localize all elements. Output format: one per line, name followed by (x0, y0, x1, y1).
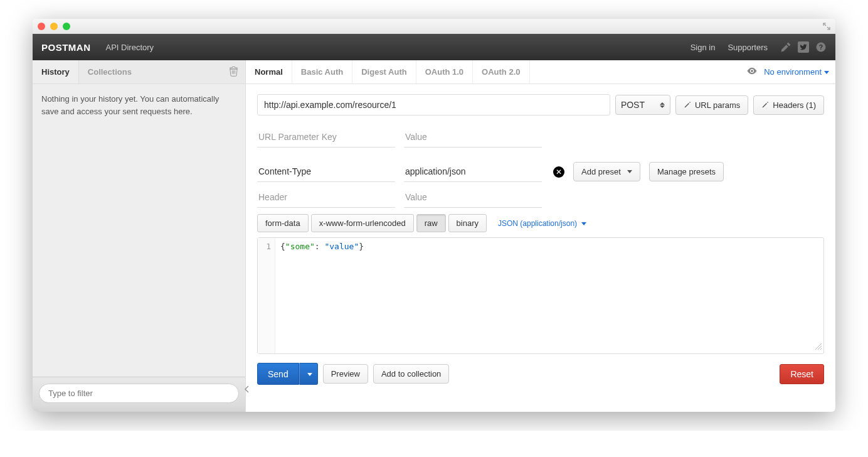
remove-header-icon[interactable]: ✕ (553, 166, 564, 178)
header-value-input-empty[interactable] (404, 187, 542, 208)
tab-collections[interactable]: Collections (79, 60, 140, 83)
method-value: POST (621, 100, 645, 110)
auth-tab-normal[interactable]: Normal (246, 60, 292, 83)
content-area: Normal Basic Auth Digest Auth OAuth 1.0 … (246, 60, 835, 412)
window-titlebar (33, 19, 835, 34)
filter-input[interactable] (39, 384, 239, 403)
headers-section: ✕ Add preset Manage presets (257, 161, 824, 208)
body-tab-form-data[interactable]: form-data (257, 214, 309, 232)
supporters-link[interactable]: Supporters (728, 43, 768, 52)
trash-icon[interactable] (228, 65, 239, 79)
edit-icon (684, 101, 691, 109)
headers-label: Headers (1) (773, 100, 816, 110)
sidebar-filter-area (33, 377, 245, 412)
body-tab-urlencoded[interactable]: x-www-form-urlencoded (311, 214, 414, 232)
url-params-label: URL params (695, 100, 740, 110)
body-tab-raw[interactable]: raw (416, 214, 446, 232)
url-row: POST URL params Headers (1) (257, 94, 824, 116)
url-param-value-input[interactable] (404, 127, 542, 148)
auth-tab-oauth2[interactable]: OAuth 2.0 (473, 60, 529, 83)
zoom-window-button[interactable] (63, 23, 70, 30)
api-directory-link[interactable]: API Directory (106, 43, 154, 52)
close-window-button[interactable] (38, 23, 45, 30)
preview-button[interactable]: Preview (323, 364, 368, 384)
add-preset-label: Add preset (581, 167, 621, 176)
svg-text:?: ? (819, 43, 823, 51)
twitter-icon[interactable] (798, 41, 809, 53)
body-editor[interactable]: 1 {"some": "value"} (257, 237, 824, 354)
sidebar: History Collections Nothing in your hist… (33, 60, 246, 412)
brand-logo: POSTMAN (41, 42, 91, 53)
auth-tabs: Normal Basic Auth Digest Auth OAuth 1.0 … (246, 60, 835, 84)
manage-presets-label: Manage presets (657, 167, 716, 176)
edit-icon (761, 101, 769, 109)
url-param-key-input[interactable] (257, 127, 395, 148)
main-area: History Collections Nothing in your hist… (33, 60, 835, 412)
line-number: 1 (258, 242, 271, 251)
sidebar-tabs: History Collections (33, 60, 245, 84)
url-params-button[interactable]: URL params (675, 95, 748, 115)
app-window: POSTMAN API Directory Sign in Supporters… (33, 19, 835, 412)
send-button[interactable]: Send (257, 363, 299, 385)
send-dropdown-button[interactable] (299, 363, 318, 385)
auth-tab-basic[interactable]: Basic Auth (292, 60, 352, 83)
headers-button[interactable]: Headers (1) (753, 95, 824, 115)
svg-point-2 (751, 70, 753, 72)
header-value-input[interactable] (404, 161, 542, 182)
add-to-collection-button[interactable]: Add to collection (373, 364, 449, 384)
header-key-input[interactable] (257, 161, 395, 182)
tab-history[interactable]: History (33, 60, 79, 83)
eye-icon[interactable] (746, 67, 758, 77)
body-tab-binary[interactable]: binary (448, 214, 487, 232)
body-content-type-label: JSON (application/json) (498, 219, 577, 228)
method-select[interactable]: POST (615, 95, 670, 115)
manage-presets-button[interactable]: Manage presets (649, 162, 724, 181)
auth-tab-digest[interactable]: Digest Auth (352, 60, 416, 83)
environment-label: No environment (764, 67, 822, 77)
collapse-sidebar-icon[interactable] (244, 385, 250, 395)
add-preset-button[interactable]: Add preset (573, 162, 640, 181)
editor-gutter: 1 (258, 238, 275, 353)
sign-in-link[interactable]: Sign in (691, 43, 716, 52)
sidebar-empty-message: Nothing in your history yet. You can aut… (33, 84, 245, 377)
top-bar: POSTMAN API Directory Sign in Supporters… (33, 34, 835, 60)
action-row: Send Preview Add to collection Reset (246, 354, 835, 395)
url-params-section (257, 127, 824, 148)
resize-handle-icon[interactable] (815, 343, 822, 352)
body-content-type-selector[interactable]: JSON (application/json) (498, 219, 586, 228)
help-icon[interactable]: ? (815, 41, 827, 53)
auth-tab-oauth1[interactable]: OAuth 1.0 (416, 60, 473, 83)
expand-icon[interactable] (823, 23, 830, 30)
url-input[interactable] (257, 94, 610, 116)
minimize-window-button[interactable] (50, 23, 58, 30)
header-key-input-empty[interactable] (257, 187, 395, 208)
body-tabs: form-data x-www-form-urlencoded raw bina… (257, 214, 824, 232)
reset-button[interactable]: Reset (780, 364, 824, 384)
environment-selector[interactable]: No environment (764, 67, 829, 77)
editor-code[interactable]: {"some": "value"} (275, 238, 823, 353)
traffic-lights (38, 23, 70, 30)
settings-icon[interactable] (780, 41, 791, 53)
